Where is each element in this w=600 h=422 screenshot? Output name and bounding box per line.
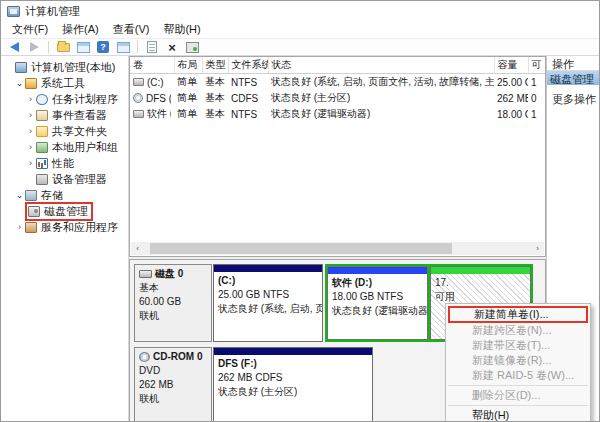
menu-item-new-striped-volume: 新建带区卷(T)...	[446, 338, 590, 353]
device-manager-icon	[36, 174, 48, 185]
computer-management-window: 计算机管理 文件(F) 操作(A) 查看(V) 帮助(H) ? × 计算机管理(…	[0, 0, 600, 422]
show-console-tree-icon[interactable]	[55, 40, 71, 55]
horizontal-scrollbar[interactable]: ‹ ›	[131, 242, 544, 255]
menu-separator	[448, 385, 588, 386]
context-menu: 新建简单卷(I)... 新建跨区卷(N)... 新建带区卷(T)... 新建镜像…	[445, 303, 591, 422]
tree-item-local-users-groups[interactable]: › 本地用户和组	[1, 139, 128, 155]
cd-drive-icon	[139, 352, 150, 362]
tree-item-shared-folders[interactable]: › 共享文件夹	[1, 123, 128, 139]
tree-item-event-viewer[interactable]: › 事件查看器	[1, 107, 128, 123]
title-bar: 计算机管理	[1, 1, 599, 21]
menu-item-delete-partition: 删除分区(D)...	[446, 388, 590, 403]
menu-item-new-simple-volume[interactable]: 新建简单卷(I)...	[448, 306, 588, 323]
drive-icon	[133, 78, 144, 86]
refresh-doc-icon[interactable]	[144, 40, 160, 55]
menu-separator	[448, 405, 588, 406]
volume-row-dfs[interactable]: DFS (F:) 简单 基本 CDFS 状态良好 (主分区) 262 MB 0	[130, 90, 545, 106]
storage-icon	[25, 190, 37, 201]
col-volume[interactable]: 卷	[130, 57, 174, 74]
help-icon[interactable]: ?	[95, 40, 111, 55]
disk-icon	[139, 270, 152, 278]
console-window-icon[interactable]	[75, 40, 91, 55]
tree-item-task-scheduler[interactable]: › 任务计划程序	[1, 91, 128, 107]
window-title: 计算机管理	[25, 4, 80, 19]
menu-item-new-spanned-volume: 新建跨区卷(N)...	[446, 323, 590, 338]
local-users-icon	[36, 142, 48, 153]
volume-table-header: 卷 布局 类型 文件系统 状态 容量 可	[130, 57, 545, 74]
expander-closed-icon[interactable]: ›	[25, 126, 36, 136]
delete-icon[interactable]: ×	[164, 40, 180, 55]
menu-item-new-mirrored-volume: 新建镜像卷(R)...	[446, 353, 590, 368]
menu-bar: 文件(F) 操作(A) 查看(V) 帮助(H)	[1, 21, 599, 39]
disk-management-icon	[28, 206, 40, 217]
toolbar: ? ×	[1, 39, 599, 56]
tree-item-disk-management[interactable]: 磁盘管理	[1, 203, 128, 219]
tree-item-services-applications[interactable]: › 服务和应用程序	[1, 219, 128, 235]
partition-d[interactable]: 软件 (D:) 18.00 GB NTFS 状态良好 (逻辑驱动器)	[327, 266, 428, 340]
expander-closed-icon[interactable]: ›	[25, 142, 36, 152]
actions-disk-management-header[interactable]: 磁盘管理	[547, 71, 599, 85]
back-icon[interactable]	[6, 40, 22, 55]
expander-closed-icon[interactable]: ›	[14, 222, 25, 232]
expander-closed-icon[interactable]: ›	[25, 158, 36, 168]
expander-closed-icon[interactable]: ›	[25, 94, 36, 104]
col-status[interactable]: 状态	[268, 57, 494, 74]
cdrom-0-label[interactable]: CD-ROM 0 DVD 262 MB 联机	[134, 347, 212, 422]
console-tree: 计算机管理(本地) ⌄ 系统工具 › 任务计划程序 › 事件查看器 › 共享文件…	[1, 56, 129, 422]
col-layout[interactable]: 布局	[174, 57, 202, 74]
tree-item-device-manager[interactable]: 设备管理器	[1, 171, 128, 187]
free-space-color-bar	[431, 267, 530, 274]
toolbar-separator	[48, 41, 49, 53]
menu-item-help[interactable]: 帮助(H)	[446, 408, 590, 422]
menu-help[interactable]: 帮助(H)	[156, 20, 207, 39]
performance-icon	[36, 158, 48, 169]
tree-item-performance[interactable]: › 性能	[1, 155, 128, 171]
task-scheduler-icon	[36, 94, 48, 105]
disk-0-label[interactable]: 磁盘 0 基本 60.00 GB 联机	[134, 264, 212, 342]
volume-row-d[interactable]: 软件 (D:) 简单 基本 NTFS 状态良好 (逻辑驱动器) 18.00 GB…	[130, 106, 545, 122]
shared-folders-icon	[36, 126, 48, 137]
primary-partition-color-bar	[214, 265, 322, 272]
col-free[interactable]: 可	[528, 57, 545, 74]
drive-icon	[133, 110, 144, 118]
menu-view[interactable]: 查看(V)	[106, 20, 157, 39]
menu-item-new-raid5-volume: 新建 RAID-5 卷(W)...	[446, 368, 590, 383]
expander-open-icon[interactable]: ⌄	[14, 78, 25, 88]
computer-icon	[15, 62, 27, 73]
expander-open-icon[interactable]: ⌄	[14, 190, 25, 200]
partition-dfs[interactable]: DFS (F:) 262 MB CDFS 状态良好 (主分区)	[213, 347, 373, 422]
menu-file[interactable]: 文件(F)	[5, 20, 55, 39]
col-filesystem[interactable]: 文件系统	[228, 57, 268, 74]
actions-panel-title: 操作	[547, 56, 599, 71]
cd-icon	[133, 93, 143, 103]
system-tools-icon	[25, 78, 37, 89]
scroll-left-icon[interactable]: ‹	[131, 242, 144, 255]
scroll-right-icon[interactable]: ›	[531, 242, 544, 255]
col-type[interactable]: 类型	[202, 57, 228, 74]
logical-drive-color-bar	[328, 267, 427, 274]
red-annotation-box: 磁盘管理	[25, 202, 93, 221]
app-icon	[7, 6, 20, 17]
event-viewer-icon	[36, 110, 48, 121]
expander-closed-icon[interactable]: ›	[25, 110, 36, 120]
volume-row-c[interactable]: (C:) 简单 基本 NTFS 状态良好 (系统, 启动, 页面文件, 活动, …	[130, 74, 545, 91]
toolbar-separator	[137, 41, 138, 53]
partition-c[interactable]: (C:) 25.00 GB NTFS 状态良好 (系统, 启动, 页面文	[213, 264, 323, 342]
tree-item-computer-management[interactable]: 计算机管理(本地)	[1, 59, 128, 75]
volume-list-pane: 卷 布局 类型 文件系统 状态 容量 可 (C:) 简单	[129, 56, 546, 257]
more-actions-button[interactable]: 更多操作	[547, 92, 599, 107]
services-icon	[25, 222, 37, 233]
menu-action[interactable]: 操作(A)	[55, 20, 106, 39]
properties-window-icon[interactable]	[115, 40, 131, 55]
disk-action-icon[interactable]	[184, 40, 200, 55]
forward-icon[interactable]	[26, 40, 42, 55]
primary-partition-color-bar	[214, 348, 372, 355]
volume-table: 卷 布局 类型 文件系统 状态 容量 可 (C:) 简单	[130, 57, 546, 122]
col-capacity[interactable]: 容量	[494, 57, 528, 74]
tree-item-system-tools[interactable]: ⌄ 系统工具	[1, 75, 128, 91]
scrollbar-thumb[interactable]	[150, 243, 452, 254]
